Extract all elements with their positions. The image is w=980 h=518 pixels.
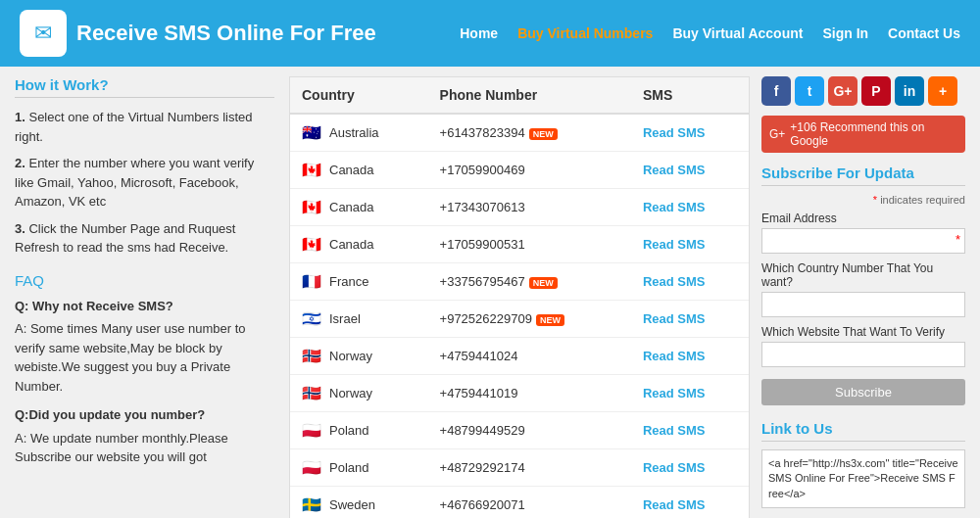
read-sms-link[interactable]: Read SMS	[643, 497, 706, 512]
country-cell: 🇨🇦Canada	[290, 226, 428, 263]
col-sms: SMS	[631, 77, 749, 114]
link-code: <a href="http://hs3x.com" title="Receive…	[761, 449, 965, 508]
read-sms-link[interactable]: Read SMS	[643, 349, 706, 363]
phone-cell: +48799449529	[428, 412, 631, 449]
facebook-button[interactable]: f	[761, 76, 791, 106]
sms-cell: Read SMS	[631, 375, 749, 412]
sms-cell: Read SMS	[631, 152, 749, 189]
faq-title: FAQ	[15, 272, 274, 289]
website-group: Which Website That Want To Verify	[761, 325, 965, 367]
site-title: Receive SMS Online For Free	[76, 21, 376, 46]
nav-contact-us[interactable]: Contact Us	[888, 25, 960, 41]
nav-home[interactable]: Home	[460, 25, 498, 41]
country-cell: 🇦🇺Australia	[290, 114, 428, 152]
country-cell: 🇳🇴Norway	[290, 338, 428, 375]
country-name: Canada	[329, 237, 374, 252]
faq-a2: A: We update number monthly.Please Subsc…	[15, 429, 274, 467]
table-row: 🇮🇱Israel+972526229709NEWRead SMS	[290, 301, 749, 338]
country-table: Country Phone Number SMS 🇦🇺Australia+614…	[290, 77, 749, 518]
phone-cell: +17059900531	[428, 226, 631, 263]
country-label: Which Country Number That You want?	[761, 261, 965, 289]
read-sms-link[interactable]: Read SMS	[643, 311, 706, 326]
read-sms-link[interactable]: Read SMS	[643, 200, 706, 214]
main-nav: Home Buy Virtual Numbers Buy Virtual Acc…	[460, 25, 960, 41]
faq-q1: Q: Why not Receive SMS?	[15, 297, 274, 316]
new-badge: NEW	[529, 277, 558, 289]
sms-cell: Read SMS	[631, 338, 749, 375]
col-phone: Phone Number	[428, 77, 631, 114]
sms-cell: Read SMS	[631, 487, 749, 519]
table-row: 🇸🇪Sweden+46766920071Read SMS	[290, 487, 749, 519]
new-badge: NEW	[536, 314, 564, 326]
country-cell: 🇮🇱Israel	[290, 301, 428, 338]
phone-cell: +61437823394NEW	[428, 114, 631, 152]
sms-cell: Read SMS	[631, 226, 749, 263]
table-row: 🇳🇴Norway+4759441019Read SMS	[290, 375, 749, 412]
country-flag: 🇦🇺	[302, 123, 321, 142]
twitter-button[interactable]: t	[795, 76, 824, 106]
phone-cell: +33756795467NEW	[428, 263, 631, 301]
google-plus-button[interactable]: G+	[828, 76, 858, 106]
nav-buy-virtual-account[interactable]: Buy Virtual Account	[672, 25, 803, 41]
main-container: How it Work? 1. Select one of the Virtua…	[0, 67, 980, 518]
right-panel: f t G+ P in + G+ +106 Recommend this on …	[750, 76, 965, 518]
step-3: 3. Click the Number Page and Ruquest Ref…	[15, 219, 274, 258]
country-name: Poland	[329, 423, 368, 438]
sms-cell: Read SMS	[631, 189, 749, 226]
new-badge: NEW	[529, 128, 558, 140]
subscribe-button[interactable]: Subscribe	[761, 379, 965, 405]
how-it-works-title: How it Work?	[15, 76, 274, 98]
sms-cell: Read SMS	[631, 114, 749, 152]
table-row: 🇦🇺Australia+61437823394NEWRead SMS	[290, 114, 749, 152]
logo-icon: ✉	[20, 10, 67, 57]
table-row: 🇨🇦Canada+17059900469Read SMS	[290, 152, 749, 189]
table-header-row: Country Phone Number SMS	[290, 77, 749, 114]
read-sms-link[interactable]: Read SMS	[643, 423, 706, 438]
rss-button[interactable]: +	[928, 76, 957, 106]
nav-buy-virtual-numbers[interactable]: Buy Virtual Numbers	[517, 25, 653, 41]
website-input[interactable]	[761, 342, 965, 367]
header: ✉ Receive SMS Online For Free Home Buy V…	[0, 0, 980, 67]
google-bar-text: +106 Recommend this on Google	[790, 120, 957, 148]
country-name: France	[329, 274, 368, 289]
pinterest-button[interactable]: P	[861, 76, 891, 106]
linkedin-button[interactable]: in	[895, 76, 924, 106]
required-text: indicates required	[880, 194, 965, 206]
google-recommend-bar[interactable]: G+ +106 Recommend this on Google	[761, 116, 965, 153]
country-flag: 🇨🇦	[302, 235, 321, 254]
read-sms-link[interactable]: Read SMS	[643, 386, 706, 400]
country-cell: 🇵🇱Poland	[290, 412, 428, 449]
phone-numbers-table-area: Country Phone Number SMS 🇦🇺Australia+614…	[289, 76, 750, 518]
subscribe-title: Subscribe For Updata	[761, 165, 965, 186]
country-name: Poland	[329, 460, 368, 475]
email-input[interactable]	[761, 228, 965, 254]
nav-sign-in[interactable]: Sign In	[822, 25, 868, 41]
required-note: * indicates required	[761, 194, 965, 206]
read-sms-link[interactable]: Read SMS	[643, 163, 706, 177]
sms-cell: Read SMS	[631, 412, 749, 449]
website-label: Which Website That Want To Verify	[761, 325, 965, 339]
country-cell: 🇸🇪Sweden	[290, 487, 428, 519]
country-cell: 🇨🇦Canada	[290, 152, 428, 189]
gplus-icon: G+	[769, 127, 785, 141]
country-flag: 🇨🇦	[302, 161, 321, 179]
read-sms-link[interactable]: Read SMS	[643, 460, 706, 475]
phone-cell: +17343070613	[428, 189, 631, 226]
social-buttons: f t G+ P in +	[761, 76, 965, 106]
read-sms-link[interactable]: Read SMS	[643, 274, 706, 289]
read-sms-link[interactable]: Read SMS	[643, 125, 706, 140]
required-star: *	[873, 194, 877, 206]
country-cell: 🇨🇦Canada	[290, 189, 428, 226]
country-cell: 🇵🇱Poland	[290, 449, 428, 487]
phone-cell: +4759441024	[428, 338, 631, 375]
read-sms-link[interactable]: Read SMS	[643, 237, 706, 252]
country-input[interactable]	[761, 292, 965, 317]
phone-cell: +4759441019	[428, 375, 631, 412]
country-group: Which Country Number That You want?	[761, 261, 965, 317]
table-row: 🇵🇱Poland+48729292174Read SMS	[290, 449, 749, 487]
country-name: Norway	[329, 386, 372, 400]
country-flag: 🇵🇱	[302, 421, 321, 440]
table-row: 🇵🇱Poland+48799449529Read SMS	[290, 412, 749, 449]
step-2: 2. Enter the number where you want verif…	[15, 154, 274, 212]
step-1: 1. Select one of the Virtual Numbers lis…	[15, 108, 274, 146]
